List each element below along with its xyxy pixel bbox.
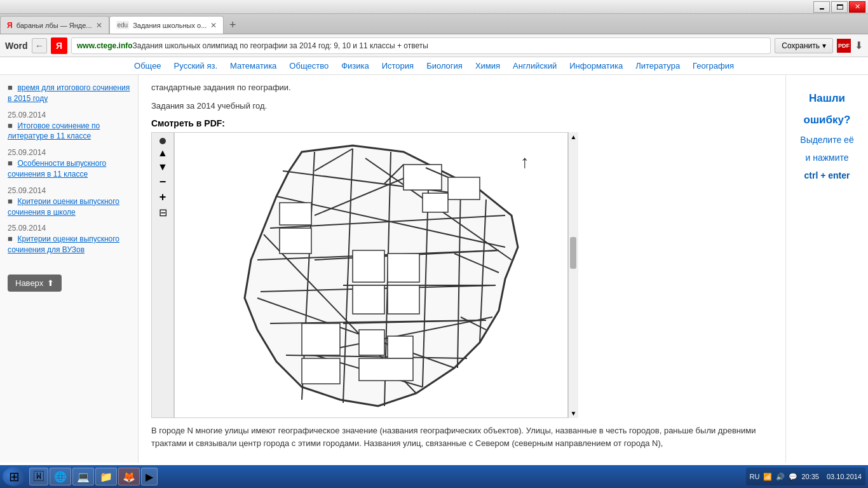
tab-2-title: Задания школьных о...	[133, 22, 207, 29]
pdf-icon[interactable]: PDF	[837, 39, 851, 53]
close-button[interactable]: ✕	[849, 1, 865, 13]
content-text-2: Задания за 2014 учебный год.	[151, 100, 773, 113]
yandex-browser-icon: 🦊	[123, 471, 135, 483]
back-button[interactable]: ←	[32, 38, 47, 53]
pdf-zoom-out-button[interactable]: −	[159, 176, 166, 187]
tab-2-favicon: edu	[116, 21, 130, 29]
sidebar-link-2[interactable]: Особенности выпускного сочинения в 11 кл…	[8, 159, 106, 179]
sidebar-item-0: ■ время для итогового сочинения в 2015 г…	[8, 83, 130, 104]
svg-rect-27	[388, 254, 419, 282]
tab-1-favicon: Я	[7, 21, 13, 30]
nav-chemistry[interactable]: Химия	[475, 61, 500, 71]
content-area: стандартные задания по географии. Задани…	[139, 75, 785, 463]
tab-bar: Я бараньи лбы — Янде... ✕ edu Задания шк…	[0, 14, 868, 34]
start-button[interactable]: ⊞	[3, 467, 25, 486]
system-tray: RU 📶 🔊 💬 20:35 03.10.2014	[746, 468, 865, 485]
error-title: Нашли ошибку?	[799, 88, 855, 131]
taskbar-app-3[interactable]: 💻	[72, 468, 94, 485]
sidebar-item-1: 25.09.2014 ■ Итоговое сочинение по литер…	[8, 111, 130, 142]
content-text-1: стандартные задания по географии.	[151, 81, 773, 95]
word-label: Word	[5, 41, 28, 51]
tab-2-close[interactable]: ✕	[210, 21, 217, 30]
svg-rect-36	[280, 228, 311, 254]
north-arrow: ↑	[520, 152, 529, 172]
start-icon: ⊞	[9, 469, 20, 484]
pdf-scrollbar[interactable]: ▲ ▼	[568, 132, 578, 418]
taskbar: ⊞ 🇼 🌐 💻 📁 🦊 ▶ RU 📶 🔊 💬 20:35 03.10.2014	[0, 465, 868, 488]
new-tab-button[interactable]: +	[224, 16, 241, 34]
tab-1[interactable]: Я бараньи лбы — Янде... ✕	[0, 16, 109, 34]
minimize-button[interactable]: 🗕	[813, 1, 830, 13]
save-dropdown-icon: ▾	[822, 41, 826, 50]
nav-russian[interactable]: Русский яз.	[174, 61, 217, 71]
sidebar-link-3[interactable]: Критерии оценки выпускного сочинения в ш…	[8, 197, 119, 217]
download-icon[interactable]: ⬇	[855, 39, 863, 51]
nav-informatics[interactable]: Информатика	[569, 61, 623, 71]
svg-rect-31	[302, 358, 340, 384]
nav-biology[interactable]: Биология	[426, 61, 463, 71]
svg-rect-28	[353, 285, 384, 314]
svg-rect-23	[403, 165, 442, 190]
maximize-button[interactable]: 🗖	[831, 1, 848, 13]
error-box: Нашли ошибку? Выделите её и нажмите ctrl…	[792, 81, 862, 191]
scroll-up-arrow[interactable]: ▲	[569, 132, 578, 142]
scroll-thumb[interactable]	[570, 237, 576, 269]
pdf-down-button[interactable]: ▼	[158, 162, 168, 172]
svg-rect-34	[359, 358, 413, 381]
back-to-top-button[interactable]: Наверх ⬆	[8, 274, 62, 292]
nav-literature[interactable]: Литература	[635, 61, 680, 71]
tab-1-close[interactable]: ✕	[96, 21, 102, 30]
pdf-up-button[interactable]: ▲	[158, 148, 168, 158]
content-paragraph: В городе N многие улицы имеют географиче…	[151, 424, 773, 451]
right-sidebar: Нашли ошибку? Выделите её и нажмите ctrl…	[785, 75, 868, 463]
sidebar-date-4: 25.09.2014	[8, 224, 130, 233]
sidebar-link-4[interactable]: Критерии оценки выпускного сочинения для…	[8, 234, 119, 254]
map-container: ↑	[174, 132, 568, 418]
site-nav: Общее Русский яз. Математика Общество Фи…	[0, 57, 868, 75]
sidebar-date-2: 25.09.2014	[8, 148, 130, 157]
sidebar-date-3: 25.09.2014	[8, 186, 130, 195]
error-shortcut: ctrl + enter	[799, 166, 855, 184]
sidebar-item-2: 25.09.2014 ■ Особенности выпускного сочи…	[8, 148, 130, 180]
pdf-view-mode-button[interactable]: ⊟	[159, 207, 167, 219]
main-layout: ■ время для итогового сочинения в 2015 г…	[0, 75, 868, 463]
sidebar-link-1[interactable]: Итоговое сочинение по литературе в 11 кл…	[8, 121, 100, 141]
address-bar: Word ← Я www.ctege.info Задания школьных…	[0, 34, 868, 57]
svg-rect-30	[302, 323, 340, 355]
taskbar-app-files[interactable]: 📁	[95, 468, 117, 485]
svg-rect-26	[353, 250, 384, 282]
pdf-zoom-in-button[interactable]: +	[159, 191, 166, 203]
sidebar: ■ время для итогового сочинения в 2015 г…	[0, 75, 139, 463]
nav-society[interactable]: Общество	[289, 61, 329, 71]
nav-english[interactable]: Английский	[513, 61, 557, 71]
window-controls: 🗕 🗖 ✕	[813, 1, 865, 13]
url-bar[interactable]: www.ctege.info Задания школьных олимпиад…	[71, 37, 771, 54]
taskbar-app-media[interactable]: ▶	[141, 468, 158, 485]
svg-rect-24	[448, 177, 480, 200]
taskbar-app-word[interactable]: 🇼	[29, 468, 48, 485]
media-icon: ▶	[146, 471, 153, 483]
svg-rect-35	[280, 203, 311, 225]
sidebar-item-3: 25.09.2014 ■ Критерии оценки выпускного …	[8, 186, 130, 218]
tab-2[interactable]: edu Задания школьных о... ✕	[109, 16, 224, 34]
yandex-logo[interactable]: Я	[51, 37, 67, 54]
taskbar-app-yandex[interactable]: 🦊	[118, 468, 140, 485]
nav-physics[interactable]: Физика	[341, 61, 369, 71]
tray-date: 03.10.2014	[827, 473, 862, 480]
nav-math[interactable]: Математика	[230, 61, 276, 71]
nav-geography[interactable]: География	[693, 61, 734, 71]
scroll-down-arrow[interactable]: ▼	[569, 409, 578, 418]
error-line3: и нажмите	[799, 149, 855, 166]
pdf-dot-control[interactable]	[159, 138, 166, 144]
sidebar-date-1: 25.09.2014	[8, 111, 130, 119]
save-label: Сохранить	[782, 41, 820, 50]
save-button[interactable]: Сохранить ▾	[775, 38, 833, 53]
url-site: www.ctege.info	[77, 41, 133, 50]
taskbar-app-ie[interactable]: 🌐	[50, 468, 71, 485]
city-map-svg	[175, 133, 550, 418]
sidebar-link-0[interactable]: время для итогового сочинения в 2015 год…	[8, 83, 130, 103]
nav-history[interactable]: История	[382, 61, 414, 71]
svg-rect-25	[423, 193, 448, 212]
nav-obshee[interactable]: Общее	[134, 61, 161, 71]
ie-icon: 🌐	[54, 471, 67, 483]
